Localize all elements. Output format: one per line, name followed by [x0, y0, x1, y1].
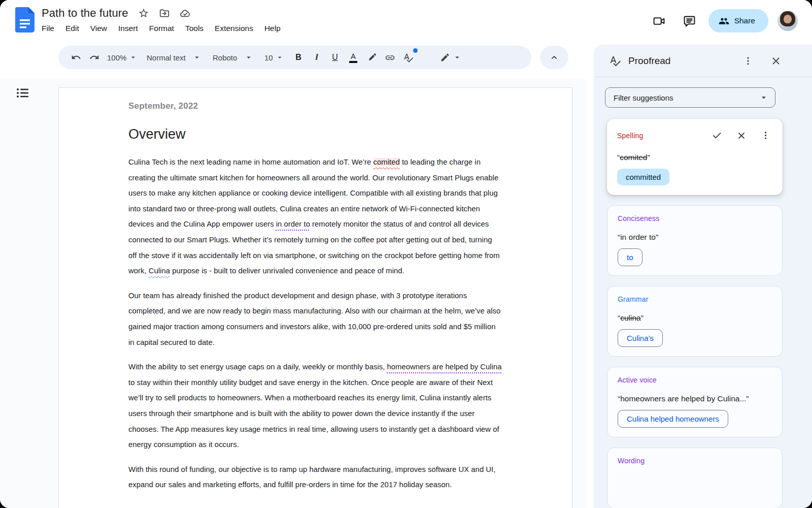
bold-icon: B	[295, 53, 301, 62]
menu-item-edit[interactable]: Edit	[61, 22, 84, 35]
suggestion-chip[interactable]: committed	[617, 169, 669, 185]
notification-dot	[413, 48, 418, 53]
chevron-down-icon	[129, 53, 138, 62]
doc-paragraph[interactable]: Our team has already finished the produc…	[128, 288, 502, 350]
suggestion-card-grammar[interactable]: Grammar “culina” Culina’s	[607, 286, 783, 357]
card-category: Active voice	[618, 376, 657, 384]
text-color-icon: A	[349, 52, 357, 63]
docs-logo-icon[interactable]	[15, 7, 35, 33]
undo-button[interactable]	[67, 49, 85, 66]
close-icon	[736, 131, 747, 141]
suggestion-chip[interactable]: Culina’s	[618, 329, 663, 347]
pen-icon	[440, 52, 450, 62]
top-bar: Path to the future FileEdi	[0, 0, 812, 43]
kebab-menu-icon	[743, 56, 753, 66]
document-canvas: September, 2022 Overview Culina Tech is …	[0, 79, 587, 508]
underline-icon: U	[332, 53, 338, 62]
people-icon	[719, 16, 729, 26]
menu-item-insert[interactable]: Insert	[114, 22, 143, 35]
font-size-select[interactable]: 10	[259, 49, 289, 66]
doc-paragraph[interactable]: Culina Tech is the next leading name in …	[128, 154, 502, 279]
suggestion-card-active-voice[interactable]: Active voice “homeowners are helped by C…	[607, 367, 783, 437]
italic-button[interactable]: I	[308, 49, 325, 66]
top-actions: Share	[648, 9, 798, 33]
card-category: Spelling	[617, 132, 643, 140]
zoom-select[interactable]: 100%	[104, 49, 141, 66]
highlighter-icon	[366, 52, 377, 63]
proofread-spellcheck-icon	[609, 55, 621, 67]
comments-icon[interactable]	[678, 9, 701, 33]
underline-button[interactable]: U	[326, 49, 344, 66]
document-paragraphs: Culina Tech is the next leading name in …	[128, 154, 502, 493]
font-family-select[interactable]: Roboto	[208, 49, 258, 66]
menu-item-extensions[interactable]: Extensions	[210, 22, 258, 35]
hide-menus-button[interactable]	[540, 46, 568, 69]
star-icon[interactable]	[138, 8, 149, 19]
paragraph-style-select[interactable]: Normal text	[142, 49, 207, 66]
filter-suggestions-label: Filter suggestions	[614, 93, 673, 102]
menu-item-view[interactable]: View	[86, 22, 112, 35]
document-page[interactable]: September, 2022 Overview Culina Tech is …	[58, 87, 572, 508]
dismiss-suggestion-button[interactable]	[734, 129, 749, 143]
original-text-quote: “in order to”	[618, 233, 772, 242]
share-button[interactable]: Share	[708, 9, 768, 33]
proofread-close-button[interactable]	[768, 53, 784, 69]
bold-button[interactable]: B	[290, 49, 307, 66]
annotation-conciseness[interactable]: in order to	[276, 220, 310, 228]
spellcheck-icon	[403, 52, 414, 63]
document-outline-button[interactable]	[15, 85, 30, 101]
annotation-grammar[interactable]: Culina	[149, 267, 170, 275]
proofread-header: Proofread	[594, 45, 812, 77]
undo-icon	[71, 52, 81, 62]
original-text-quote: “homeowners are helped by Culina...”	[618, 394, 772, 403]
original-text-quote: “comited”	[617, 153, 772, 162]
chevron-down-icon	[244, 53, 253, 62]
menu-item-format[interactable]: Format	[145, 22, 179, 35]
suggestion-card-conciseness[interactable]: Conciseness “in order to” to	[607, 205, 783, 276]
annotation-active-voice[interactable]: homeowners are helped by Culina	[387, 363, 502, 371]
doc-paragraph[interactable]: With this round of funding, our objectiv…	[128, 462, 502, 493]
original-word: in order to	[620, 233, 656, 241]
suggestion-card-wording[interactable]: Wording	[607, 448, 783, 508]
proofread-more-options-button[interactable]	[741, 54, 755, 68]
card-category: Wording	[618, 457, 645, 465]
insert-link-button[interactable]	[381, 49, 398, 66]
redo-button[interactable]	[86, 49, 103, 66]
annotation-spelling[interactable]: comited	[374, 158, 400, 166]
proofread-panel: Proofread Filter suggestions Spelling	[594, 45, 812, 508]
proofread-title: Proofread	[628, 55, 670, 67]
document-title[interactable]: Path to the future	[42, 7, 128, 20]
chevron-down-icon	[453, 53, 462, 62]
highlight-color-button[interactable]	[363, 49, 380, 66]
original-word: culina	[620, 313, 641, 322]
text-color-button[interactable]: A	[345, 49, 362, 66]
suggestion-chip[interactable]: Culina helped homeowners	[618, 410, 728, 428]
chevron-up-icon	[549, 52, 559, 62]
document-date[interactable]: September, 2022	[128, 101, 502, 111]
original-word: comited	[620, 153, 647, 162]
menu-item-help[interactable]: Help	[260, 22, 285, 35]
editing-mode-button[interactable]	[437, 49, 465, 66]
menu-bar: FileEditViewInsertFormatToolsExtensionsH…	[37, 22, 285, 35]
card-category: Grammar	[618, 295, 649, 303]
menu-item-file[interactable]: File	[37, 22, 59, 35]
accept-suggestion-button[interactable]	[709, 128, 724, 143]
font-size-value: 10	[264, 53, 273, 62]
suggestion-chip[interactable]: to	[618, 248, 642, 266]
check-icon	[712, 130, 722, 141]
suggestion-more-options-button[interactable]	[759, 129, 772, 142]
suggestion-card-spelling[interactable]: Spelling “comited” committed	[607, 119, 783, 195]
original-text-quote: “culina”	[618, 313, 772, 323]
avatar[interactable]	[777, 11, 798, 31]
suggestion-cards: Spelling “comited” committed	[594, 115, 812, 508]
cloud-saved-icon[interactable]	[180, 8, 191, 19]
menu-item-tools[interactable]: Tools	[181, 22, 208, 35]
filter-suggestions-dropdown[interactable]: Filter suggestions	[605, 87, 775, 108]
move-folder-icon[interactable]	[159, 8, 170, 19]
meet-video-icon[interactable]	[648, 9, 671, 33]
document-heading[interactable]: Overview	[128, 126, 502, 142]
doc-paragraph[interactable]: With the ability to set energy usage cap…	[128, 359, 502, 453]
zoom-value: 100%	[107, 53, 126, 62]
spelling-check-button[interactable]	[399, 49, 417, 66]
card-category: Conciseness	[618, 214, 659, 223]
